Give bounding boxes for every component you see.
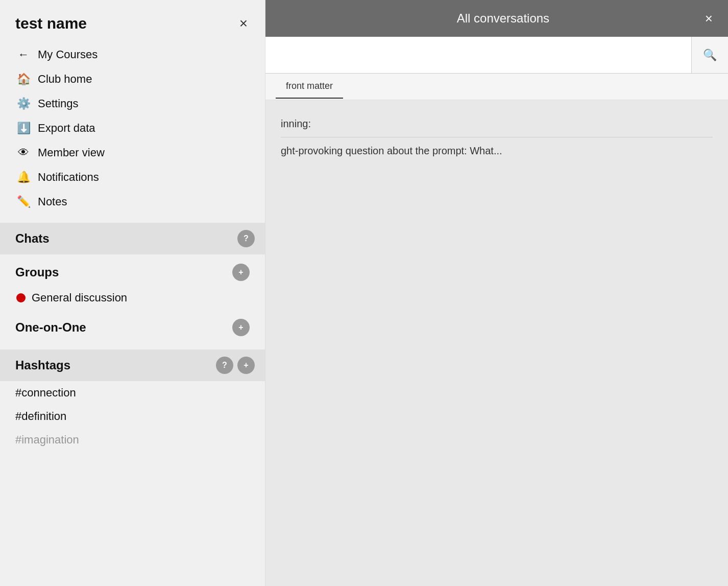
tab-bar: front matter: [265, 74, 728, 100]
groups-title: Groups: [15, 265, 59, 279]
chats-section-title: Chats: [15, 231, 50, 246]
bell-icon: 🔔: [16, 171, 31, 184]
nav-item-member-view[interactable]: 👁 Member view: [10, 141, 255, 165]
arrow-left-icon: ←: [16, 48, 31, 61]
hashtags-section-actions: ? +: [216, 357, 255, 374]
nav-item-notes[interactable]: ✏️ Notes: [10, 190, 255, 214]
conversations-header: All conversations ×: [265, 0, 728, 37]
one-on-one-section: One-on-One +: [0, 310, 265, 341]
nav-label-settings: Settings: [38, 97, 79, 110]
hashtag-label-imagination: #imagination: [15, 433, 79, 447]
download-icon: ⬇️: [16, 122, 31, 135]
groups-header: Groups +: [10, 254, 255, 286]
conversations-close-button[interactable]: ×: [705, 12, 713, 25]
nav-label-notes: Notes: [38, 195, 67, 208]
search-input[interactable]: [265, 37, 691, 73]
hashtags-add-button[interactable]: +: [237, 357, 255, 374]
conversation-line-1: inning:: [281, 115, 713, 132]
gear-icon: ⚙️: [16, 97, 31, 110]
group-name-general-discussion: General discussion: [32, 291, 127, 304]
hashtags-title: Hashtags: [15, 358, 70, 372]
hashtag-item-definition[interactable]: #definition: [0, 405, 265, 428]
sidebar-header: test name ×: [0, 0, 265, 43]
hashtags-help-button[interactable]: ?: [216, 357, 233, 374]
groups-section: Groups + General discussion: [0, 254, 265, 310]
hashtag-label-definition: #definition: [15, 410, 66, 423]
conversation-content: inning: ght-provoking question about the…: [265, 100, 728, 586]
search-bar: 🔍: [265, 37, 728, 74]
sidebar: test name × ← My Courses 🏠 Club home ⚙️ …: [0, 0, 265, 586]
group-item-general-discussion[interactable]: General discussion: [10, 286, 255, 310]
nav-item-my-courses[interactable]: ← My Courses: [10, 43, 255, 66]
notification-dot: [16, 293, 26, 302]
nav-label-my-courses: My Courses: [38, 48, 98, 61]
one-on-one-header: One-on-One +: [10, 310, 255, 341]
nav-item-notifications[interactable]: 🔔 Notifications: [10, 166, 255, 189]
conversations-title: All conversations: [301, 11, 705, 26]
nav-label-club-home: Club home: [38, 73, 92, 86]
hashtags-section-header: Hashtags ? +: [0, 349, 265, 381]
nav-item-club-home[interactable]: 🏠 Club home: [10, 67, 255, 91]
nav-label-export-data: Export data: [38, 122, 95, 135]
one-on-one-title: One-on-One: [15, 320, 86, 335]
main-panel: All conversations × 🔍 front matter innin…: [265, 0, 728, 586]
tab-front-matter-label: front matter: [286, 81, 333, 91]
hashtags-section: Hashtags ? + #connection #definition #im…: [0, 345, 265, 452]
nav-item-export-data[interactable]: ⬇️ Export data: [10, 116, 255, 140]
hashtag-label-connection: #connection: [15, 386, 76, 400]
nav-menu: ← My Courses 🏠 Club home ⚙️ Settings ⬇️ …: [0, 43, 265, 219]
nav-label-member-view: Member view: [38, 146, 105, 159]
sidebar-title: test name: [15, 15, 87, 32]
pencil-icon: ✏️: [16, 195, 31, 208]
chats-section-actions: ?: [237, 230, 255, 247]
conversation-line-2: ght-provoking question about the prompt:…: [281, 143, 713, 159]
hashtag-item-connection[interactable]: #connection: [0, 381, 265, 405]
one-on-one-add-button[interactable]: +: [232, 319, 250, 336]
eye-icon: 👁: [16, 146, 31, 159]
nav-label-notifications: Notifications: [38, 171, 99, 184]
search-icon: 🔍: [703, 49, 717, 62]
sidebar-close-button[interactable]: ×: [237, 14, 250, 33]
groups-add-button[interactable]: +: [232, 264, 250, 281]
chats-help-button[interactable]: ?: [237, 230, 255, 247]
home-icon: 🏠: [16, 73, 31, 86]
content-divider: [281, 137, 713, 137]
chats-section-header: Chats ?: [0, 223, 265, 254]
search-button[interactable]: 🔍: [691, 37, 728, 73]
tab-front-matter[interactable]: front matter: [276, 75, 343, 99]
hashtag-item-imagination[interactable]: #imagination: [0, 428, 265, 452]
nav-item-settings[interactable]: ⚙️ Settings: [10, 92, 255, 115]
